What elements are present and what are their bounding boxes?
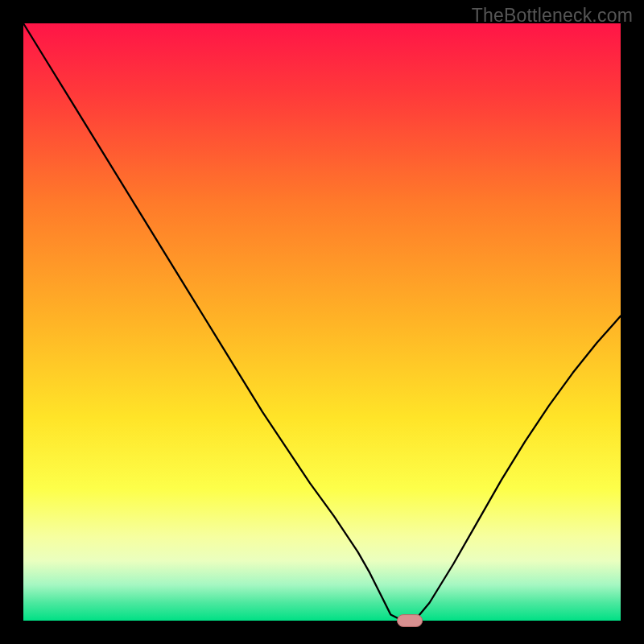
watermark-text: TheBottleneck.com <box>472 5 633 27</box>
optimal-marker <box>397 615 422 627</box>
chart-svg <box>0 0 644 644</box>
plot-background <box>23 23 621 621</box>
bottleneck-chart: TheBottleneck.com <box>0 0 644 644</box>
